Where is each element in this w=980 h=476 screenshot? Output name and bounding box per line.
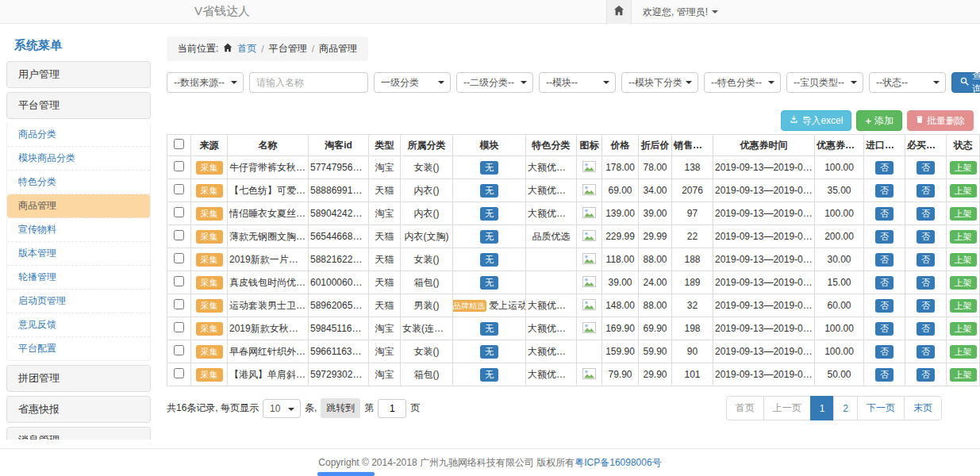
sidebar-item-启动页管理[interactable]: 启动页管理	[7, 290, 150, 313]
filter-select-特色分类[interactable]: --特色分类--	[704, 72, 781, 93]
source-badge: 采集	[196, 253, 223, 267]
icon-cell	[577, 271, 602, 294]
status-badge[interactable]: 上架	[950, 322, 977, 336]
filter-select-一级分类[interactable]: 一级分类	[374, 72, 451, 93]
import-select-toggle[interactable]: 否	[875, 299, 894, 313]
import-select-toggle[interactable]: 否	[875, 207, 894, 221]
import-select-toggle[interactable]: 否	[875, 345, 894, 359]
must-buy-toggle[interactable]: 否	[917, 368, 935, 382]
import-excel-button[interactable]: 导入excel	[781, 110, 851, 131]
filter-select-模块[interactable]: --模块--	[539, 72, 616, 93]
page-button-末页[interactable]: 末页	[904, 396, 942, 420]
search-button[interactable]: 查询	[951, 72, 980, 93]
must-buy-toggle[interactable]: 否	[917, 184, 935, 198]
sidebar-item-商品管理[interactable]: 商品管理	[7, 194, 150, 218]
jump-button[interactable]: 跳转到	[321, 398, 360, 418]
filter-select-模块下分类[interactable]: --模块下分类--	[621, 72, 698, 93]
status-badge[interactable]: 上架	[950, 345, 977, 359]
row-checkbox[interactable]	[174, 299, 184, 309]
sidebar-item-宣传物料[interactable]: 宣传物料	[7, 218, 150, 242]
filter-select-数据来源[interactable]: --数据来源--	[167, 72, 244, 93]
must-buy-toggle[interactable]: 否	[917, 299, 935, 313]
must-buy-toggle[interactable]: 否	[917, 276, 935, 290]
row-checkbox[interactable]	[174, 276, 184, 286]
import-select-toggle[interactable]: 否	[875, 276, 894, 290]
must-buy-toggle[interactable]: 否	[917, 345, 935, 359]
sidebar-item-版本管理[interactable]: 版本管理	[7, 242, 150, 266]
module-cell: 无	[453, 225, 526, 248]
name-cell: 情侣睡衣女夏丝绸男士...	[228, 202, 309, 225]
page-button-首页[interactable]: 首页	[726, 396, 764, 420]
status-badge[interactable]: 上架	[950, 207, 977, 221]
row-checkbox[interactable]	[174, 230, 184, 240]
row-checkbox[interactable]	[174, 322, 184, 332]
coupon-amount-cell: 15.00	[815, 271, 864, 294]
must-buy-toggle[interactable]: 否	[917, 161, 935, 175]
select-all-checkbox[interactable]	[174, 139, 184, 149]
status-badge[interactable]: 上架	[950, 276, 977, 290]
import-select-toggle[interactable]: 否	[875, 322, 894, 336]
status-badge[interactable]: 上架	[950, 161, 977, 175]
breadcrumb-home-link[interactable]: 首页	[237, 42, 256, 56]
sidebar-group-省惠快报[interactable]: 省惠快报	[6, 396, 151, 423]
import-select-toggle[interactable]: 否	[875, 161, 894, 175]
status-cell: 上架	[947, 271, 980, 294]
jump-page-input[interactable]	[378, 399, 406, 418]
sidebar-group-用户管理[interactable]: 用户管理	[6, 61, 151, 88]
sidebar-item-轮播管理[interactable]: 轮播管理	[7, 266, 150, 290]
sidebar-group-拼团管理[interactable]: 拼团管理	[6, 365, 151, 392]
filter-select-状态[interactable]: --状态--	[869, 72, 946, 93]
row-checkbox[interactable]	[174, 184, 184, 194]
filter-select-二级分类[interactable]: --二级分类--	[456, 72, 533, 93]
page-button-1[interactable]: 1	[810, 396, 835, 420]
filter-select-宝贝类型[interactable]: --宝贝类型--	[786, 72, 863, 93]
status-badge[interactable]: 上架	[950, 253, 977, 267]
sidebar-item-平台配置[interactable]: 平台配置	[7, 337, 150, 360]
sidebar-group-平台管理[interactable]: 平台管理	[6, 92, 151, 119]
user-menu[interactable]: 欢迎您, 管理员!	[643, 6, 718, 19]
horizontal-scrollbar-thumb[interactable]	[317, 472, 375, 476]
product-image-icon	[582, 209, 596, 221]
must-buy-cell: 否	[905, 271, 947, 294]
sidebar-item-商品分类[interactable]: 商品分类	[7, 123, 150, 147]
module-none-badge: 无	[480, 207, 498, 221]
must-buy-toggle[interactable]: 否	[917, 253, 935, 267]
welcome-text: 欢迎您, 管理员!	[643, 6, 708, 19]
home-button[interactable]	[606, 0, 632, 24]
sidebar-item-模块商品分类[interactable]: 模块商品分类	[7, 147, 150, 171]
status-badge[interactable]: 上架	[950, 230, 977, 244]
row-checkbox[interactable]	[174, 161, 184, 171]
name-search-input[interactable]	[249, 72, 368, 93]
type-cell: 天猫	[369, 294, 401, 317]
row-checkbox[interactable]	[174, 345, 184, 355]
batch-delete-button[interactable]: 批量删除	[907, 110, 974, 131]
must-buy-toggle[interactable]: 否	[917, 230, 935, 244]
status-badge[interactable]: 上架	[950, 299, 977, 313]
column-header-图标: 图标	[577, 135, 602, 156]
row-checkbox[interactable]	[174, 368, 184, 378]
import-select-toggle[interactable]: 否	[875, 184, 894, 198]
row-checkbox[interactable]	[174, 207, 184, 217]
page-button-2[interactable]: 2	[833, 396, 858, 420]
sidebar-group-消息管理[interactable]: 消息管理	[6, 427, 151, 440]
module-cell: 无	[453, 202, 526, 225]
records-summary-suffix: 条,	[305, 401, 317, 415]
status-badge[interactable]: 上架	[950, 368, 977, 382]
sales-cell: 198	[672, 317, 713, 340]
per-page-select[interactable]: 10	[263, 399, 301, 418]
must-buy-toggle[interactable]: 否	[917, 322, 935, 336]
source-cell: 采集	[191, 179, 228, 202]
import-select-toggle[interactable]: 否	[875, 253, 894, 267]
sidebar-item-意见反馈[interactable]: 意见反馈	[7, 313, 150, 337]
status-badge[interactable]: 上架	[950, 184, 977, 198]
import-select-toggle[interactable]: 否	[875, 368, 894, 382]
sidebar-item-特色分类[interactable]: 特色分类	[7, 171, 150, 194]
icp-link[interactable]: 粤ICP备16098006号	[575, 456, 661, 470]
page-button-上一页[interactable]: 上一页	[763, 396, 811, 420]
page-button-下一页[interactable]: 下一页	[857, 396, 905, 420]
status-cell: 上架	[947, 363, 980, 386]
row-checkbox[interactable]	[174, 253, 184, 263]
import-select-toggle[interactable]: 否	[875, 230, 894, 244]
must-buy-toggle[interactable]: 否	[917, 207, 935, 221]
add-button[interactable]: + 添加	[856, 110, 902, 131]
